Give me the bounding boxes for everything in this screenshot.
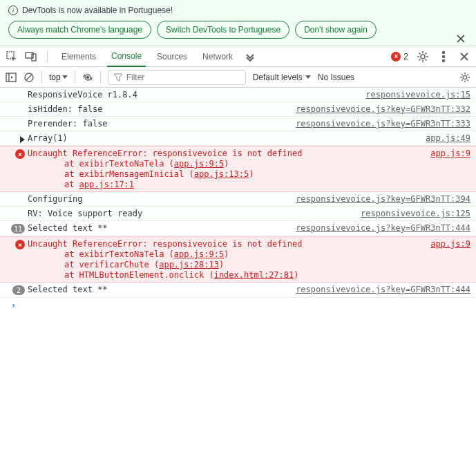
- log-message: Selected text **: [28, 223, 290, 234]
- source-link[interactable]: app.js:9: [430, 239, 470, 249]
- tab-sources[interactable]: Sources: [153, 46, 191, 67]
- error-icon: [391, 52, 401, 61]
- console-output: ResponsiveVoice r1.8.4 responsivevoice.j…: [0, 88, 476, 313]
- console-prompt[interactable]: ›: [0, 298, 476, 313]
- source-link[interactable]: responsivevoice.js:15: [365, 90, 470, 99]
- filter-input[interactable]: [126, 73, 241, 82]
- chevron-down-icon: [305, 75, 311, 79]
- console-settings-icon[interactable]: [459, 72, 470, 83]
- log-row: 2 Selected text ** responsivevoice.js?ke…: [0, 283, 476, 298]
- log-row: ResponsiveVoice r1.8.4 responsivevoice.j…: [0, 88, 476, 102]
- stack-link[interactable]: app.js:28:13: [159, 260, 219, 269]
- tab-elements[interactable]: Elements: [57, 46, 100, 67]
- language-banner: i DevTools is now available in Portugues…: [0, 0, 476, 46]
- filter-input-container: [108, 70, 246, 85]
- chevron-down-icon: [62, 75, 68, 79]
- switch-language-button[interactable]: Switch DevTools to Portuguese: [157, 21, 289, 39]
- kebab-menu-icon[interactable]: [437, 50, 450, 63]
- svg-point-12: [86, 76, 88, 78]
- devtools-tabs: Elements Console Sources Network 2: [0, 46, 476, 67]
- svg-rect-2: [32, 54, 36, 61]
- stack-link[interactable]: app.js:9:5: [174, 249, 224, 259]
- inspect-element-icon[interactable]: [6, 50, 18, 63]
- source-link[interactable]: responsivevoice.js:125: [361, 209, 470, 218]
- close-icon[interactable]: [455, 33, 466, 44]
- log-message: isHidden: false: [28, 104, 290, 114]
- log-row: Array(1) app.js:49: [0, 131, 476, 146]
- repeat-count: 11: [11, 224, 25, 234]
- filter-icon: [113, 72, 124, 83]
- error-icon: [15, 240, 25, 249]
- stack-link[interactable]: app.js:13:5: [194, 169, 249, 179]
- clear-console-icon[interactable]: [23, 72, 35, 83]
- svg-line-10: [26, 75, 32, 80]
- console-toolbar: top Default levels No Issues: [0, 67, 476, 88]
- context-selector[interactable]: top: [49, 73, 68, 82]
- stack-link[interactable]: index.html:27:81: [214, 270, 294, 280]
- log-row: 11 Selected text ** responsivevoice.js?k…: [0, 221, 476, 236]
- repeat-count: 2: [12, 285, 25, 295]
- log-message[interactable]: Array(1): [28, 133, 420, 143]
- log-levels-selector[interactable]: Default levels: [253, 73, 311, 82]
- log-message: ResponsiveVoice r1.8.4: [28, 90, 360, 99]
- settings-icon[interactable]: [417, 50, 429, 63]
- source-link[interactable]: responsivevoice.js?key=GFWR3nTT:332: [296, 104, 470, 114]
- tab-network[interactable]: Network: [198, 46, 237, 67]
- banner-title: DevTools is now available in Portuguese!: [22, 6, 173, 15]
- error-message: Uncaught ReferenceError: responsivevoice…: [28, 239, 470, 280]
- device-toolbar-icon[interactable]: [25, 50, 37, 63]
- issues-link[interactable]: No Issues: [318, 73, 354, 82]
- svg-point-3: [421, 55, 425, 59]
- match-language-button[interactable]: Always match Chrome's language: [8, 21, 151, 39]
- log-message: Prerender: false: [28, 119, 290, 129]
- more-tabs-icon[interactable]: [244, 50, 256, 63]
- tab-console[interactable]: Console: [107, 46, 146, 67]
- expand-icon[interactable]: [20, 136, 25, 143]
- stack-link[interactable]: app.js:9:5: [174, 159, 224, 169]
- source-link[interactable]: responsivevoice.js?key=GFWR3nTT:394: [296, 194, 470, 204]
- close-devtools-icon[interactable]: [458, 50, 470, 63]
- log-row: RV: Voice support ready responsivevoice.…: [0, 207, 476, 221]
- log-row: Configuring responsivevoice.js?key=GFWR3…: [0, 192, 476, 207]
- dont-show-again-button[interactable]: Don't show again: [295, 21, 377, 39]
- source-link[interactable]: responsivevoice.js?key=GFWR3nTT:333: [296, 119, 470, 129]
- source-link[interactable]: responsivevoice.js?key=GFWR3nTT:444: [296, 223, 470, 234]
- error-count-value: 2: [403, 52, 408, 61]
- error-icon: [15, 149, 25, 159]
- context-value: top: [49, 73, 61, 82]
- log-message: Selected text **: [28, 285, 290, 295]
- live-expression-icon[interactable]: [82, 72, 93, 83]
- log-message: RV: Voice support ready: [28, 209, 355, 218]
- svg-point-6: [443, 59, 445, 61]
- source-link[interactable]: app.js:9: [430, 149, 470, 158]
- svg-point-4: [443, 51, 445, 53]
- svg-point-5: [443, 55, 445, 57]
- source-link[interactable]: app.js:49: [426, 133, 470, 143]
- toggle-sidebar-icon[interactable]: [6, 72, 17, 83]
- levels-label: Default levels: [253, 73, 303, 82]
- source-link[interactable]: responsivevoice.js?key=GFWR3nTT:444: [296, 285, 470, 295]
- error-message: Uncaught ReferenceError: responsivevoice…: [28, 149, 470, 189]
- error-count[interactable]: 2: [391, 52, 408, 61]
- log-row: isHidden: false responsivevoice.js?key=G…: [0, 102, 476, 117]
- prompt-chevron-icon: ›: [6, 301, 28, 310]
- error-row: Uncaught ReferenceError: responsivevoice…: [0, 236, 476, 283]
- log-row: Prerender: false responsivevoice.js?key=…: [0, 117, 476, 131]
- info-icon: i: [8, 6, 18, 15]
- error-row: Uncaught ReferenceError: responsivevoice…: [0, 146, 476, 192]
- log-message: Configuring: [28, 194, 290, 204]
- svg-point-13: [463, 75, 466, 79]
- stack-link[interactable]: app.js:17:1: [79, 180, 134, 189]
